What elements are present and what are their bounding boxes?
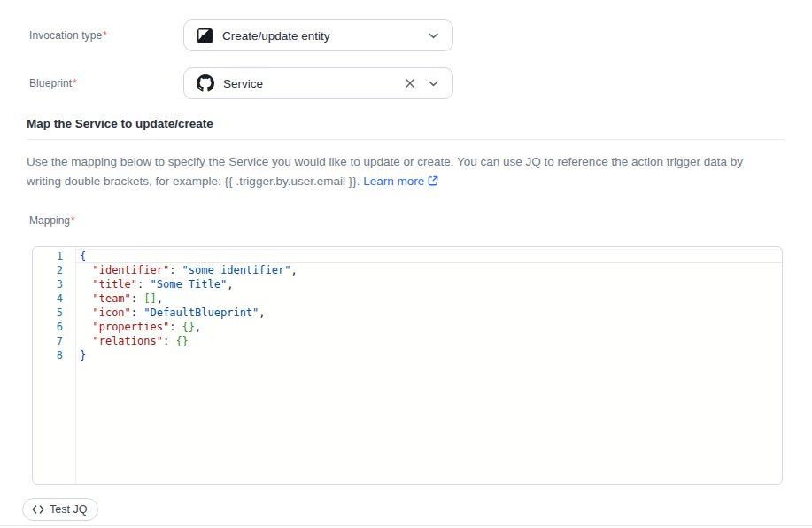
code-line[interactable]: "team": [], <box>76 291 782 306</box>
code-line[interactable]: "icon": "DefaultBlueprint", <box>76 306 782 320</box>
code-token <box>80 321 92 333</box>
code-token: {} <box>175 335 188 347</box>
code-token: "some_identifier" <box>182 264 291 276</box>
code-line[interactable]: "relations": {} <box>76 334 782 348</box>
mapping-label-text: Mapping <box>29 214 70 227</box>
editor-code[interactable]: { "identifier": "some_identifier", "titl… <box>76 247 782 484</box>
github-icon <box>197 74 214 92</box>
line-number: 6 <box>33 320 63 334</box>
section-heading: Map the Service to update/create <box>27 117 785 130</box>
code-token: : <box>169 321 182 333</box>
code-token: "identifier" <box>92 264 169 276</box>
chevron-down-icon[interactable] <box>429 81 438 87</box>
page-bottom-divider <box>0 525 812 526</box>
code-token: {} <box>182 321 195 333</box>
code-token: : <box>163 335 175 347</box>
code-line[interactable]: } <box>76 348 782 362</box>
mapping-label: Mapping* <box>27 214 785 227</box>
invocation-type-label-text: Invocation type <box>29 29 102 42</box>
external-link-icon[interactable] <box>427 176 439 190</box>
line-number: 3 <box>33 277 63 291</box>
code-line[interactable]: { <box>76 249 782 263</box>
blueprint-label-text: Blueprint <box>29 77 72 89</box>
blueprint-select[interactable]: Service <box>183 67 453 99</box>
code-token: "DefaultBlueprint" <box>143 307 259 319</box>
code-token: : <box>169 264 182 276</box>
code-token: : <box>131 307 143 319</box>
required-asterisk: * <box>73 77 77 89</box>
code-token: : <box>131 292 143 305</box>
code-token: [] <box>143 292 156 305</box>
editor-gutter: 12345678 <box>33 247 76 484</box>
required-asterisk: * <box>71 214 75 227</box>
line-number: 1 <box>33 249 63 263</box>
clear-x-icon[interactable] <box>403 76 417 90</box>
invocation-type-value: Create/update entity <box>222 29 420 43</box>
code-token <box>80 264 92 276</box>
code-token: , <box>157 292 163 305</box>
code-token: "relations" <box>92 335 162 347</box>
code-token <box>80 278 92 291</box>
blueprint-label: Blueprint* <box>27 77 183 89</box>
code-token <box>80 307 92 319</box>
blueprint-row: Blueprint* Service <box>27 67 785 99</box>
test-jq-button[interactable]: Test JQ <box>22 498 98 521</box>
code-token: , <box>259 307 265 319</box>
line-number: 4 <box>33 291 63 306</box>
line-number: 8 <box>33 348 63 362</box>
section-divider <box>27 139 785 140</box>
code-token: "icon" <box>92 307 130 319</box>
code-token: "team" <box>92 292 130 305</box>
line-number: 5 <box>33 306 63 320</box>
required-asterisk: * <box>103 29 107 42</box>
code-token: : <box>137 278 150 291</box>
code-token: { <box>80 250 86 262</box>
code-line[interactable]: "properties": {}, <box>76 320 782 334</box>
create-update-entity-icon <box>197 27 213 44</box>
code-token: "properties" <box>92 321 169 333</box>
mapping-code-editor[interactable]: 12345678 { "identifier": "some_identifie… <box>32 246 783 485</box>
code-token: } <box>80 349 86 361</box>
section-description: Use the mapping below to specify the Ser… <box>27 152 778 193</box>
chevron-down-icon[interactable] <box>429 33 438 39</box>
code-brackets-icon <box>32 505 44 514</box>
code-line[interactable]: "title": "Some Title", <box>76 277 782 291</box>
code-token: , <box>195 321 201 333</box>
invocation-type-row: Invocation type* Create/update entity <box>27 19 785 51</box>
line-number: 2 <box>33 263 63 277</box>
test-jq-label: Test JQ <box>50 503 87 516</box>
invocation-type-label: Invocation type* <box>27 29 183 42</box>
action-mapping-form: Invocation type* Create/update entity Bl… <box>0 0 812 521</box>
code-token <box>80 335 92 347</box>
learn-more-link[interactable]: Learn more <box>363 175 424 188</box>
code-token: "title" <box>92 278 137 291</box>
code-token: , <box>290 264 297 276</box>
code-token: "Some Title" <box>150 278 227 291</box>
code-line[interactable]: "identifier": "some_identifier", <box>76 263 782 277</box>
invocation-type-select[interactable]: Create/update entity <box>183 19 453 51</box>
code-token <box>80 292 92 305</box>
line-number: 7 <box>33 334 63 348</box>
code-token: , <box>227 278 233 291</box>
blueprint-value: Service <box>223 77 394 90</box>
